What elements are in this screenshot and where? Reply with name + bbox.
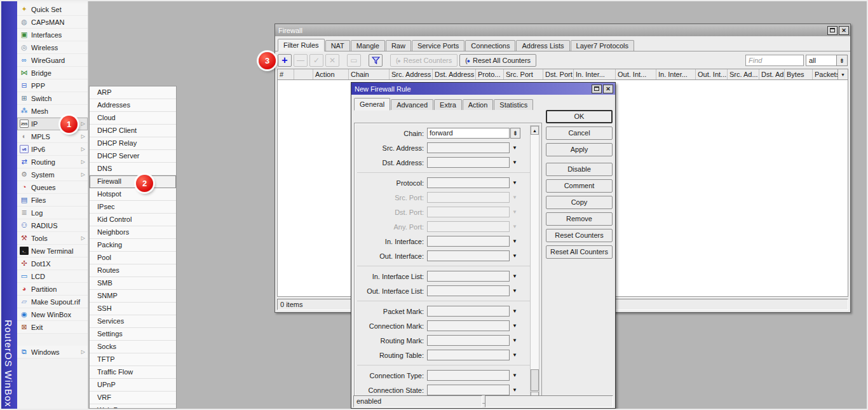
dropdown-arrow-icon[interactable]: ▼ xyxy=(510,253,520,259)
tab-connections[interactable]: Connections xyxy=(465,40,515,51)
reset-all-counters-button[interactable]: (● Reset All Counters xyxy=(459,54,536,67)
comment-button[interactable]: Comment xyxy=(546,179,613,193)
cancel-button[interactable]: Cancel xyxy=(546,126,613,140)
submenu-item-web-proxy[interactable]: Web Proxy xyxy=(90,404,176,409)
scrollbar-thumb[interactable] xyxy=(531,369,539,391)
dialog-close-button[interactable]: ✕ xyxy=(603,85,613,93)
submenu-item-services[interactable]: Services xyxy=(90,315,176,328)
field-input-out-interface[interactable] xyxy=(427,250,510,261)
dropdown-arrow-icon[interactable]: ▼ xyxy=(510,145,520,151)
dropdown-arrow-icon[interactable]: ▼ xyxy=(510,352,520,358)
submenu-item-snmp[interactable]: SNMP xyxy=(90,290,176,303)
field-input-protocol[interactable] xyxy=(427,177,510,188)
dropdown-arrow-icon[interactable]: ▼ xyxy=(510,238,520,244)
submenu-item-tftp[interactable]: TFTP xyxy=(90,353,176,366)
submenu-item-neighbors[interactable]: Neighbors xyxy=(90,226,176,239)
maximize-button[interactable] xyxy=(827,26,837,35)
sidebar-item-routing[interactable]: ⇄Routing▷ xyxy=(17,156,88,168)
dropdown-arrow-icon[interactable]: ▼ xyxy=(510,308,520,314)
field-input-connection-type[interactable] xyxy=(427,370,510,381)
submenu-item-dhcp-relay[interactable]: DHCP Relay xyxy=(90,137,176,150)
submenu-item-addresses[interactable]: Addresses xyxy=(90,99,176,112)
tab-raw[interactable]: Raw xyxy=(386,40,411,51)
disable-button[interactable]: ✕ xyxy=(325,54,339,67)
sidebar-item-wireless[interactable]: ◎Wireless xyxy=(17,41,88,54)
sidebar-item-mpls[interactable]: ◐MPLS▷ xyxy=(17,130,88,143)
column-header-src-ad-[interactable]: Src. Ad... xyxy=(728,69,759,79)
field-input-connection-state[interactable] xyxy=(427,385,510,395)
field-input-chain[interactable]: forward xyxy=(427,128,510,139)
tab-service-ports[interactable]: Service Ports xyxy=(412,40,465,51)
close-button[interactable]: ✕ xyxy=(839,26,849,35)
column-header-src-port[interactable]: Src. Port xyxy=(504,69,543,79)
column-header-out-int-[interactable]: Out. Int... xyxy=(696,69,728,79)
submenu-item-kid-control[interactable]: Kid Control xyxy=(90,214,176,226)
sidebar-item-exit[interactable]: ⊠Exit xyxy=(17,321,88,334)
enable-button[interactable]: ✓ xyxy=(309,54,323,67)
sidebar-item-dot1x[interactable]: ✣Dot1X xyxy=(17,257,88,270)
dialog-tab-extra[interactable]: Extra xyxy=(434,99,462,110)
field-input-dst-port[interactable] xyxy=(427,207,510,217)
apply-button[interactable]: Apply xyxy=(546,143,613,156)
column-header-in-inter-[interactable]: In. Inter... xyxy=(574,69,616,79)
field-input-src-address[interactable] xyxy=(427,142,510,153)
dialog-tab-advanced[interactable]: Advanced xyxy=(391,99,433,110)
sidebar-item-make-supout-rif[interactable]: ▱Make Supout.rif xyxy=(17,296,88,308)
sidebar-item-files[interactable]: ▤Files xyxy=(17,194,88,207)
tab-layer7-protocols[interactable]: Layer7 Protocols xyxy=(571,40,635,51)
column-header-blank-1[interactable] xyxy=(294,69,313,79)
dialog-maximize-button[interactable] xyxy=(592,85,602,93)
field-input-connection-mark[interactable] xyxy=(427,320,510,331)
field-input-in-interface[interactable] xyxy=(427,236,510,247)
sidebar-item-mesh[interactable]: ⁂Mesh xyxy=(17,105,88,118)
dialog-tab-general[interactable]: General xyxy=(354,98,390,111)
comment-button[interactable]: ▭ xyxy=(347,54,361,67)
column-header-dst-port[interactable]: Dst. Port xyxy=(543,69,574,79)
sidebar-item-new-winbox[interactable]: ◉New WinBox xyxy=(17,308,88,321)
firewall-titlebar[interactable]: Firewall ✕ xyxy=(275,24,850,36)
sidebar-item-tools[interactable]: ⚒Tools▷ xyxy=(17,232,88,245)
sidebar-item-log[interactable]: ≣Log xyxy=(17,207,88,219)
submenu-item-packing[interactable]: Packing xyxy=(90,239,176,252)
dropdown-arrow-icon[interactable]: ▼ xyxy=(510,195,520,200)
submenu-item-arp[interactable]: ARP xyxy=(90,86,176,99)
submenu-item-vrf[interactable]: VRF xyxy=(90,392,176,404)
reset-counters-button[interactable]: Reset Counters xyxy=(546,229,613,242)
submenu-item-socks[interactable]: Socks xyxy=(90,341,176,353)
submenu-item-upnp[interactable]: UPnP xyxy=(90,379,176,392)
find-input[interactable] xyxy=(745,55,804,66)
combo-list-button-chain[interactable]: ⇟ xyxy=(510,128,520,139)
column-header-bytes[interactable]: Bytes xyxy=(785,69,813,79)
field-input-src-port[interactable] xyxy=(427,192,510,203)
tab-mangle[interactable]: Mangle xyxy=(351,40,385,51)
dropdown-arrow-icon[interactable]: ▼ xyxy=(510,387,520,393)
sidebar-item-ppp[interactable]: ⊟PPP xyxy=(17,79,88,92)
dialog-titlebar[interactable]: New Firewall Rule ✕ xyxy=(351,83,615,95)
sidebar-item-partition[interactable]: ◕Partition xyxy=(17,283,88,296)
sidebar-item-system[interactable]: ⚙System▷ xyxy=(17,168,88,181)
column-header-proto-[interactable]: Proto... xyxy=(476,69,504,79)
copy-button[interactable]: Copy xyxy=(546,196,613,209)
column-header-dst-ad-[interactable]: Dst. Ad... xyxy=(759,69,785,79)
dropdown-arrow-icon[interactable]: ▼ xyxy=(510,209,520,215)
submenu-item-dns[interactable]: DNS xyxy=(90,163,176,175)
submenu-item-firewall[interactable]: Firewall xyxy=(90,175,176,188)
dropdown-arrow-icon[interactable]: ▼ xyxy=(510,273,520,279)
submenu-item-ssh[interactable]: SSH xyxy=(90,303,176,315)
dialog-tab-action[interactable]: Action xyxy=(463,99,494,110)
sidebar-item-capsman[interactable]: ◍CAPsMAN xyxy=(17,16,88,29)
sidebar-item-quick-set[interactable]: ✦Quick Set xyxy=(17,3,88,16)
dropdown-arrow-icon[interactable]: ▼ xyxy=(510,323,520,329)
add-button[interactable]: + xyxy=(278,54,292,67)
column-header--[interactable]: # xyxy=(278,69,294,79)
column-header-dst-address[interactable]: Dst. Address xyxy=(433,69,476,79)
field-input-in-interface-list[interactable] xyxy=(427,271,510,282)
sidebar-item-switch[interactable]: ⊞Switch xyxy=(17,92,88,105)
submenu-item-traffic-flow[interactable]: Traffic Flow xyxy=(90,366,176,379)
dropdown-arrow-icon[interactable]: ▼ xyxy=(510,288,520,294)
field-input-any-port[interactable] xyxy=(427,221,510,232)
find-scope-combo[interactable]: all ⇟ xyxy=(806,55,848,66)
sidebar-item-interfaces[interactable]: ▣Interfaces xyxy=(17,29,88,41)
field-input-routing-mark[interactable] xyxy=(427,335,510,346)
column-header-out-int-[interactable]: Out. Int... xyxy=(616,69,656,79)
